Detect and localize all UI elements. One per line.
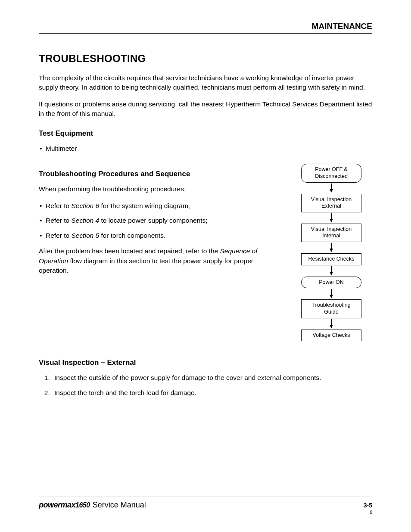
footer-row: powermax1650Service Manual 3-5 0 <box>39 501 372 515</box>
intro-paragraph-1: The complexity of the circuits requires … <box>39 73 372 93</box>
flow-step: Power OFF &Disconnected <box>301 164 361 182</box>
flow-arrow-icon <box>331 289 332 298</box>
test-equipment-heading: Test Equipment <box>39 129 372 138</box>
list-item: Refer to Section 4 to locate power suppl… <box>41 216 277 225</box>
flow-step: Visual InspectionExternal <box>301 194 361 212</box>
flowchart-col: Power OFF &DisconnectedVisual Inspection… <box>290 159 372 341</box>
list-item: Refer to Section 5 for torch components. <box>41 231 277 240</box>
footer-left: powermax1650Service Manual <box>39 501 146 510</box>
intro-paragraph-2: If questions or problems arise during se… <box>39 100 372 119</box>
flowchart: Power OFF &DisconnectedVisual Inspection… <box>290 164 372 341</box>
flow-step: Resistance Checks <box>301 253 361 265</box>
brand-name: powermax <box>39 501 75 509</box>
visual-external-list: Inspect the outside of the power supply … <box>39 373 372 398</box>
visual-external-heading: Visual Inspection – External <box>39 358 372 367</box>
list-item: Inspect the torch and the torch lead for… <box>52 388 372 398</box>
procedures-text-col: Troubleshooting Procedures and Sequence … <box>39 159 277 282</box>
flow-step: Visual InspectionInternal <box>301 224 361 242</box>
flow-step: TroubleshootingGuide <box>301 299 361 318</box>
procedures-after: After the problem has been located and r… <box>39 246 277 275</box>
procedures-list: Refer to Section 6 for the system wiring… <box>39 201 277 240</box>
procedures-heading: Troubleshooting Procedures and Sequence <box>39 170 277 178</box>
revision: 0 <box>364 510 372 515</box>
flow-arrow-icon <box>331 319 332 328</box>
list-item: Multimeter <box>41 144 372 153</box>
footer-rule <box>39 497 372 497</box>
flow-step: Voltage Checks <box>301 330 361 342</box>
footer-right: 3-5 0 <box>364 501 372 515</box>
flow-arrow-icon <box>331 266 332 275</box>
flow-step: Power ON <box>301 277 361 289</box>
flow-arrow-icon <box>331 243 332 252</box>
flow-arrow-icon <box>331 184 332 192</box>
procedures-row: Troubleshooting Procedures and Sequence … <box>39 159 372 341</box>
page-number: 3-5 <box>364 502 372 509</box>
procedures-lead: When performing the troubleshooting proc… <box>39 184 277 194</box>
page-title: TROUBLESHOOTING <box>39 53 372 65</box>
list-item: Inspect the outside of the power supply … <box>52 373 372 383</box>
brand-model: 1650 <box>75 501 90 509</box>
manual-title: Service Manual <box>93 501 146 509</box>
list-item: Refer to Section 6 for the system wiring… <box>41 201 277 211</box>
section-label: MAINTENANCE <box>312 22 372 31</box>
test-equipment-list: Multimeter <box>39 144 372 153</box>
page-header: MAINTENANCE <box>39 22 372 34</box>
page-footer: powermax1650Service Manual 3-5 0 <box>39 497 372 515</box>
flow-arrow-icon <box>331 213 332 222</box>
